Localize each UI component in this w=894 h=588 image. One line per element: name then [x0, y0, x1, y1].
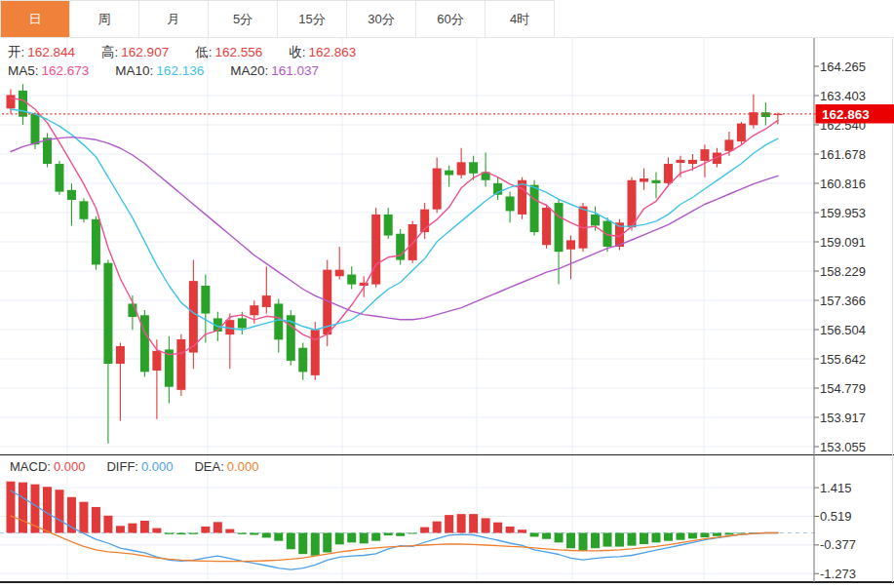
svg-text:160.816: 160.816 [820, 176, 866, 191]
dea-readout: DEA:0.000 [194, 458, 258, 475]
diff-readout: DIFF:0.000 [106, 458, 173, 475]
high-value: 162.907 [121, 44, 169, 60]
ma5-value: 162.673 [42, 62, 90, 79]
tab-label: 30分 [368, 11, 394, 28]
svg-text:158.229: 158.229 [820, 264, 866, 279]
svg-text:164.265: 164.265 [820, 59, 866, 74]
high-label: 高: [101, 44, 118, 60]
ma10-label: MA10: [115, 62, 153, 79]
svg-text:159.091: 159.091 [820, 235, 866, 250]
period-tab-bar: 日 周 月 5分 15分 30分 60分 4时 [0, 0, 555, 37]
open-readout: 开:162.844 [8, 44, 75, 60]
tabbar-bottom-border [0, 37, 894, 38]
low-readout: 低:162.556 [195, 44, 262, 60]
current-price-label: 162.863 [816, 104, 894, 124]
svg-text:157.366: 157.366 [820, 294, 866, 308]
ma-readout: MA5:162.673 MA10:162.136 MA20:161.037 [8, 62, 345, 79]
ma20-value: 161.037 [271, 62, 319, 79]
tab-label: 60分 [437, 11, 463, 28]
svg-text:161.678: 161.678 [820, 147, 866, 162]
ma20-label: MA20: [230, 62, 268, 79]
ma10-value: 162.136 [156, 62, 204, 79]
close-readout: 收:162.863 [289, 44, 356, 60]
ma20-readout: MA20:161.037 [230, 62, 319, 79]
svg-text:-0.377: -0.377 [820, 537, 856, 552]
macd-value: 0.000 [54, 458, 86, 475]
tab-label: 5分 [233, 11, 253, 28]
dea-value: 0.000 [227, 458, 259, 475]
svg-text:1.415: 1.415 [820, 481, 852, 495]
ohlc-readout: 开:162.844 高:162.907 低:162.556 收:162.863 [8, 44, 382, 60]
tab-15min[interactable]: 15分 [278, 1, 347, 37]
macd-readout: MACD:0.000 DIFF:0.000 DEA:0.000 [10, 458, 280, 475]
tab-5min[interactable]: 5分 [209, 1, 278, 37]
tab-label: 4时 [510, 11, 529, 28]
svg-text:0.519: 0.519 [820, 509, 852, 524]
svg-text:163.403: 163.403 [820, 89, 866, 103]
svg-text:153.917: 153.917 [820, 411, 866, 425]
svg-text:153.055: 153.055 [820, 440, 866, 454]
open-label: 开: [8, 44, 24, 60]
diff-value: 0.000 [141, 458, 174, 475]
tab-label: 15分 [298, 11, 325, 28]
diff-label: DIFF: [106, 458, 138, 475]
ma5-readout: MA5:162.673 [8, 62, 89, 79]
ma10-readout: MA10:162.136 [115, 62, 204, 79]
high-readout: 高:162.907 [101, 44, 169, 60]
trading-chart-page: { "tabbar": { "tabs": [ {"label": "日", "… [0, 0, 894, 588]
svg-text:162.863: 162.863 [822, 107, 870, 122]
dea-label: DEA: [194, 458, 223, 475]
svg-text:156.504: 156.504 [820, 323, 866, 337]
svg-text:159.953: 159.953 [820, 206, 866, 220]
macd-label: MACD: [10, 458, 51, 475]
tab-label: 月 [168, 11, 180, 28]
tab-label: 周 [98, 11, 111, 28]
low-label: 低: [195, 44, 212, 60]
tab-week[interactable]: 周 [70, 1, 139, 37]
tab-month[interactable]: 月 [139, 1, 209, 37]
svg-text:155.642: 155.642 [820, 352, 866, 367]
close-value: 162.863 [309, 44, 357, 60]
candlestick-chart[interactable]: 164.265163.403162.540161.678160.816159.9… [0, 0, 894, 588]
tab-label: 日 [29, 11, 42, 28]
macd-value-readout: MACD:0.000 [10, 458, 85, 475]
svg-text:154.779: 154.779 [820, 381, 866, 396]
tab-4hour[interactable]: 4时 [486, 1, 555, 37]
svg-text:-1.273: -1.273 [820, 567, 856, 581]
open-value: 162.844 [27, 44, 75, 60]
tab-60min[interactable]: 60分 [416, 1, 486, 37]
tab-day[interactable]: 日 [1, 1, 70, 37]
low-value: 162.556 [214, 44, 262, 60]
close-label: 收: [289, 44, 305, 60]
ma5-label: MA5: [8, 62, 39, 79]
tab-30min[interactable]: 30分 [347, 1, 416, 37]
